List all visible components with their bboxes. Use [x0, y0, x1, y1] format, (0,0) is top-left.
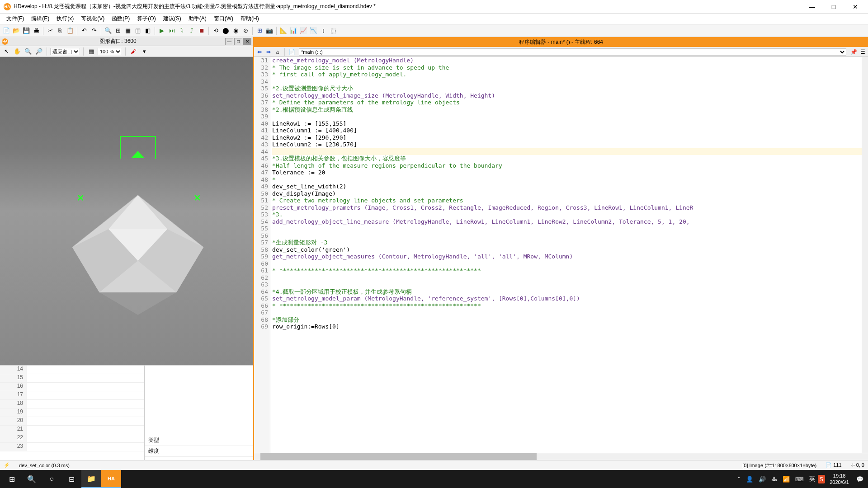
minimize-button[interactable]: — — [803, 0, 821, 13]
image-viewport[interactable]: ✕ ✕ — [0, 57, 253, 365]
status-line-icon: 📄 111 — [826, 462, 841, 468]
nav-pin-icon[interactable]: 📌 — [850, 48, 857, 56]
taskbar-clock[interactable]: 19:18 2020/6/1 — [825, 473, 854, 485]
zoom-select[interactable]: 100 % — [98, 48, 122, 55]
img-tool-icon[interactable]: ⊞ — [255, 26, 264, 35]
roi-marker-icon — [131, 151, 145, 158]
taskview-icon[interactable]: ⊟ — [61, 470, 81, 488]
img-close-icon[interactable]: ✕ — [243, 38, 251, 45]
open-icon[interactable]: 📂 — [12, 26, 21, 35]
close-button[interactable]: ✕ — [846, 0, 864, 13]
step-into-icon[interactable]: ⤵ — [177, 26, 186, 35]
start-button[interactable]: ⊞ — [2, 470, 22, 488]
tray-up-icon[interactable]: ˄ — [735, 476, 743, 483]
menu-operators[interactable]: 算子(O) — [134, 14, 158, 23]
nav-opt-icon[interactable]: ☰ — [859, 48, 866, 56]
menu-functions[interactable]: 函数(P) — [109, 14, 132, 23]
tray-keyboard-icon[interactable]: ⌨ — [793, 476, 807, 483]
bottom-tables: 14 15 16 17 18 19 20 21 22 23 类型 维度 — [0, 365, 253, 460]
image-window-title: 图形窗口: 3600 — [11, 38, 225, 45]
img-minimize-icon[interactable]: — — [225, 38, 233, 45]
cortana-icon[interactable]: ○ — [42, 470, 61, 488]
run-icon[interactable]: ▶ — [157, 26, 166, 35]
bp-icon[interactable]: ⬤ — [221, 26, 230, 35]
maximize-button[interactable]: □ — [825, 0, 843, 13]
save-icon[interactable]: 💾 — [22, 26, 31, 35]
step-over-icon[interactable]: ⏭ — [167, 26, 176, 35]
chart2-icon[interactable]: 📈 — [299, 26, 308, 35]
var-icon[interactable]: ⊞ — [113, 26, 123, 35]
nav-fwd-icon[interactable]: ➡ — [265, 48, 272, 56]
bp2-icon[interactable]: ◉ — [231, 26, 240, 35]
nav-back-icon[interactable]: ⬅ — [256, 48, 263, 56]
stop-icon[interactable]: ⏹ — [197, 26, 206, 35]
line-gutter: 31 32 33 34 35 36 37 38 39 40 41 42 43 4… — [254, 57, 270, 453]
tray-ime-icon[interactable]: 英 — [807, 475, 818, 483]
reset-icon[interactable]: ⟲ — [211, 26, 220, 35]
tool-icon[interactable]: ◫ — [133, 26, 142, 35]
menu-window[interactable]: 窗口(W) — [211, 14, 236, 23]
zoom-icon[interactable]: 🔍 — [24, 47, 33, 56]
image-toolbar: ↖ ✋ 🔍 🔎 适应窗口 ▦ 100 % 🖌 ▾ — [0, 46, 253, 57]
menu-suggest[interactable]: 建议(S) — [160, 14, 184, 23]
scrollbar[interactable] — [862, 57, 868, 453]
paste-icon[interactable]: 📋 — [66, 26, 75, 35]
menubar: 文件(F) 编辑(E) 执行(x) 可视化(V) 函数(P) 算子(O) 建议(… — [0, 14, 868, 24]
status-bar: ⚡ dev_set_color (0.3 ms) [0] Image (#=1:… — [0, 460, 868, 470]
tray-network-icon[interactable]: 🖧 — [769, 476, 780, 483]
new-icon[interactable]: 📄 — [2, 26, 11, 35]
measure-icon[interactable]: 📐 — [279, 26, 288, 35]
explorer-icon[interactable]: 📁 — [81, 470, 101, 488]
undo-icon[interactable]: ↶ — [80, 26, 89, 35]
window-title: HDevelop - H:/8.龙熙视觉课程（未加密）-视觉四大应用开发的主流手… — [14, 3, 803, 10]
fit-select[interactable]: 适应窗口 — [50, 48, 80, 55]
menu-execute[interactable]: 执行(x) — [54, 14, 76, 23]
tray-volume-icon[interactable]: 🔊 — [756, 476, 769, 483]
procedure-select[interactable]: *main (:::) — [299, 48, 846, 56]
tray-sogou-icon[interactable]: S — [818, 475, 826, 483]
bp3-icon[interactable]: ⊘ — [241, 26, 250, 35]
redo-icon[interactable]: ↷ — [90, 26, 99, 35]
img-maximize-icon[interactable]: □ — [234, 38, 242, 45]
status-exec-icon: ⚡ — [4, 462, 10, 468]
nav-home-icon[interactable]: ⌂ — [274, 48, 281, 56]
find-icon[interactable]: 🔍 — [104, 26, 113, 35]
hdevelop-task-icon[interactable]: HA — [101, 470, 121, 488]
cut-icon[interactable]: ✂ — [46, 26, 55, 35]
menu-file[interactable]: 文件(F) — [4, 14, 27, 23]
window-icon[interactable]: ▦ — [123, 26, 132, 35]
tray-person-icon[interactable]: 👤 — [743, 476, 756, 483]
chart4-icon[interactable]: ⫿ — [319, 26, 328, 35]
color-icon[interactable]: 🖌 — [129, 47, 138, 56]
tray-wifi-icon[interactable]: 📶 — [780, 476, 793, 483]
menu-help[interactable]: 帮助(H) — [238, 14, 262, 23]
horizontal-scrollbar[interactable] — [254, 453, 868, 460]
dropdown-icon[interactable]: ▾ — [140, 47, 149, 56]
search-icon[interactable]: 🔍 — [22, 470, 42, 488]
print-icon[interactable]: 🖶 — [32, 26, 41, 35]
grid-icon[interactable]: ▦ — [87, 47, 96, 56]
tool2-icon[interactable]: ◧ — [143, 26, 152, 35]
menu-visualize[interactable]: 可视化(V) — [78, 14, 107, 23]
zoom-out-icon[interactable]: 🔎 — [34, 47, 43, 56]
chart1-icon[interactable]: 📊 — [289, 26, 298, 35]
chart5-icon[interactable]: ⬚ — [329, 26, 338, 35]
app-icon: HA — [4, 3, 11, 10]
main-toolbar: 📄 📂 💾 🖶 ✂ ⎘ 📋 ↶ ↷ 🔍 ⊞ ▦ ◫ ◧ ▶ ⏭ ⤵ ⤴ ⏹ ⟲ … — [0, 24, 868, 37]
menu-edit[interactable]: 编辑(E) — [28, 14, 52, 23]
type-label: 类型 — [145, 435, 253, 446]
nav-doc-icon[interactable]: 📄 — [288, 48, 295, 56]
variable-table[interactable]: 14 15 16 17 18 19 20 21 22 23 — [0, 366, 145, 460]
menu-assistant[interactable]: 助手(A) — [186, 14, 209, 23]
chart3-icon[interactable]: 📉 — [309, 26, 318, 35]
copy-icon[interactable]: ⎘ — [56, 26, 65, 35]
step-out-icon[interactable]: ⤴ — [187, 26, 196, 35]
camera-icon[interactable]: 📷 — [265, 26, 274, 35]
pointer-icon[interactable]: ↖ — [2, 47, 11, 56]
hand-icon[interactable]: ✋ — [13, 47, 22, 56]
code-editor[interactable]: 31 32 33 34 35 36 37 38 39 40 41 42 43 4… — [254, 57, 868, 453]
status-cursor-pos: ⊹ 0, 0 — [851, 462, 864, 468]
code-content[interactable]: create_metrology_model (MetrologyHandle)… — [270, 57, 868, 453]
image-window-header: HA 图形窗口: 3600 — □ ✕ — [0, 37, 253, 46]
tray-notification-icon[interactable]: 💬 — [854, 476, 866, 483]
